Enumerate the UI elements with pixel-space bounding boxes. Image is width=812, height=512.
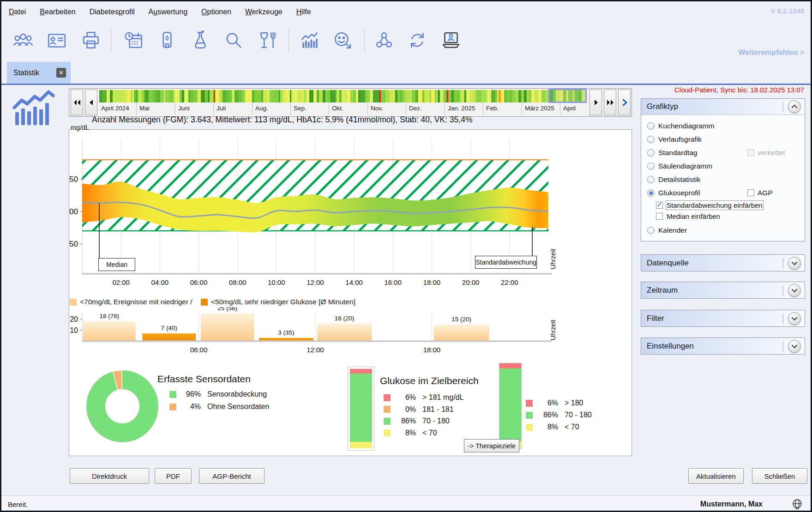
- grafiktyp-option-glukoseprofil[interactable]: GlukoseprofilAGP: [641, 186, 805, 199]
- timeline-month-label: April 2024: [101, 105, 129, 112]
- timeline-forward-button[interactable]: [589, 90, 602, 115]
- tir-legend-row: 86%70 - 180: [384, 417, 450, 425]
- sub-checkbox-row[interactable]: Median einfärben: [641, 211, 805, 222]
- svg-text:04:00: 04:00: [151, 278, 169, 286]
- sync-data-icon[interactable]: [407, 30, 428, 51]
- agp-bericht-button[interactable]: AGP-Bericht: [199, 468, 265, 484]
- printer-icon[interactable]: [80, 30, 102, 51]
- svg-text:14:00: 14:00: [345, 278, 363, 286]
- expand-button[interactable]: [788, 284, 801, 297]
- timeline-glucose-stripe[interactable]: [99, 90, 587, 102]
- timeline-day-segment: [390, 90, 393, 102]
- statistics-icon[interactable]: [298, 30, 319, 51]
- timeline-fast-back-button[interactable]: [71, 90, 83, 115]
- timeline-day-segment: [350, 90, 354, 102]
- timeline-day-segment: [127, 90, 131, 102]
- tir-legend-row: 8%< 70: [526, 423, 579, 431]
- menu-item-optionen[interactable]: Optionen: [201, 8, 231, 16]
- grafiktyp-option-säulendiagramm[interactable]: Säulendiagramm: [641, 159, 805, 173]
- expand-button[interactable]: [788, 340, 801, 353]
- timeline-alert-marker: [379, 90, 381, 102]
- svg-text:10: 10: [70, 326, 78, 334]
- timeline-day-segment: [370, 90, 373, 102]
- checkbox-agp[interactable]: AGP: [747, 189, 773, 197]
- nutrition-icon[interactable]: [257, 30, 278, 51]
- option-label: Säulendiagramm: [658, 162, 712, 170]
- menu-item-auswertung[interactable]: Auswertung: [149, 8, 188, 16]
- panel-header[interactable]: Filter: [641, 310, 805, 326]
- svg-text:22:00: 22:00: [501, 278, 518, 286]
- panel-header[interactable]: Datenquelle: [641, 255, 805, 271]
- sub-checkbox-row[interactable]: Standardabweichung einfärben: [641, 199, 805, 211]
- menu-item-diabetesprofil[interactable]: Diabetesprofil: [90, 8, 135, 16]
- menu-item-hilfe[interactable]: Hilfe: [296, 8, 311, 16]
- timeline-day-segment: [238, 90, 242, 102]
- menu-item-bearbeiten[interactable]: Bearbeiten: [40, 8, 75, 16]
- timeline-day-segment: [235, 90, 238, 102]
- timeline-month-label: Okt.: [332, 105, 343, 112]
- radio-button[interactable]: [647, 163, 655, 170]
- expand-button[interactable]: [788, 257, 801, 270]
- telemedicine-icon[interactable]: [440, 30, 462, 51]
- grafiktyp-option-detailstatistik[interactable]: Detailstatistik: [641, 173, 805, 186]
- menu-item-werkzeuge[interactable]: Werkzeuge: [245, 8, 283, 16]
- recommend-link[interactable]: Weiterempfehlen >: [739, 48, 804, 57]
- patient-card-icon[interactable]: [46, 30, 67, 51]
- search-icon[interactable]: [223, 30, 244, 51]
- timeline-back-button[interactable]: [85, 90, 97, 115]
- close-icon[interactable]: ✕: [56, 68, 66, 78]
- tab-statistik[interactable]: Statistik ✕: [7, 62, 71, 84]
- timeline-day-segment: [138, 90, 142, 102]
- timeline-day-segment: [347, 90, 350, 102]
- timeline-day-segment: [153, 90, 156, 102]
- checkbox-label: verkettet: [758, 149, 785, 157]
- aktualisieren-button[interactable]: Aktualisieren: [688, 468, 744, 484]
- radio-button[interactable]: [647, 189, 655, 197]
- toolbar-divider: [364, 29, 365, 53]
- checkbox[interactable]: [656, 202, 663, 209]
- radio-button[interactable]: [647, 227, 655, 234]
- legend-under70-swatch: [70, 299, 77, 306]
- timeline-day-segment: [407, 90, 410, 102]
- timeline-day-segment: [448, 90, 451, 102]
- grafiktyp-option-standardtag[interactable]: Standardtagverkettet: [641, 146, 805, 159]
- radio-button[interactable]: [647, 176, 655, 183]
- statistics-page-icon: [12, 90, 55, 129]
- option-label: Glukoseprofil: [658, 189, 700, 197]
- diary-calendar-icon[interactable]: [123, 30, 144, 51]
- grafiktyp-option-kuchendiagramm[interactable]: Kuchendiagramm: [641, 119, 805, 133]
- timeline-day-segment: [487, 90, 491, 102]
- svg-text:12:00: 12:00: [307, 278, 324, 286]
- menu-item-datei[interactable]: Datei: [9, 8, 26, 16]
- timeline-day-segment: [481, 90, 486, 102]
- glucose-meter-icon[interactable]: [156, 30, 178, 51]
- svg-text:02:00: 02:00: [112, 278, 130, 286]
- direktdruck-button[interactable]: Direktdruck: [70, 468, 149, 484]
- radio-button[interactable]: [647, 136, 655, 143]
- grafiktyp-option-verlaufsgrafik[interactable]: Verlaufsgrafik: [641, 133, 805, 146]
- timeline-selection-box[interactable]: [548, 89, 587, 103]
- timeline-end-button[interactable]: [618, 90, 631, 115]
- therapy-goals-button[interactable]: -> Therapieziele: [464, 439, 519, 452]
- tir-legend-row: 0%181 - 181: [384, 405, 454, 414]
- patients-group-icon[interactable]: [12, 30, 34, 51]
- grafiktyp-panel-header[interactable]: Grafiktyp: [641, 99, 805, 115]
- expand-button[interactable]: [788, 312, 801, 325]
- panel-header[interactable]: Einstellungen: [641, 338, 805, 354]
- radio-button[interactable]: [647, 122, 655, 130]
- timeline-day-segment: [283, 90, 286, 102]
- lab-flask-icon[interactable]: [190, 30, 211, 51]
- wellbeing-export-icon[interactable]: [332, 30, 353, 51]
- collapse-button[interactable]: [788, 100, 801, 113]
- grafiktyp-option-kalender[interactable]: Kalender: [641, 223, 805, 237]
- panel-header[interactable]: Zeitraum: [641, 282, 805, 298]
- time-in-range-title: Glukose im Zielbereich: [380, 375, 479, 386]
- timeline-day-segment: [193, 90, 198, 102]
- schlie-en-button[interactable]: Schließen: [752, 468, 807, 484]
- timeline-fast-forward-button[interactable]: [604, 90, 616, 115]
- radio-button[interactable]: [647, 149, 655, 157]
- share-network-icon[interactable]: [373, 30, 395, 51]
- pdf-button[interactable]: PDF: [155, 468, 192, 484]
- low-glucose-bar-chart: 18 (78)7 (40)25 (56)3 (35)16 (20)15 (20)…: [69, 307, 577, 368]
- checkbox[interactable]: [656, 213, 663, 220]
